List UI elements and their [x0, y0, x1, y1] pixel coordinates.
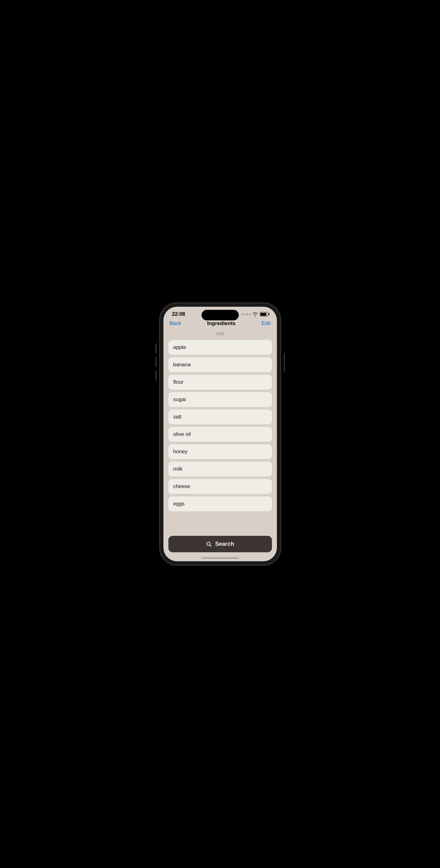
search-icon — [206, 541, 212, 547]
back-button[interactable]: Back — [170, 320, 181, 327]
phone-frame: 22:08 — [160, 303, 281, 565]
list-item[interactable]: cheese — [168, 479, 272, 494]
status-time: 22:08 — [172, 311, 185, 317]
list-item[interactable]: salt — [168, 409, 272, 424]
search-button-label: Search — [215, 541, 234, 547]
signal-dot-1 — [242, 314, 243, 315]
signal-dot-3 — [246, 314, 248, 315]
signal-dot-2 — [244, 314, 245, 315]
home-bar — [202, 557, 239, 559]
add-label[interactable]: Add — [163, 329, 277, 340]
dynamic-island — [202, 310, 239, 320]
list-item[interactable]: apple — [168, 340, 272, 355]
battery-fill — [261, 313, 266, 316]
list-item[interactable]: honey — [168, 444, 272, 459]
page-title: Ingredients — [207, 320, 236, 327]
list-item[interactable]: milk — [168, 462, 272, 476]
list-item[interactable]: eggs — [168, 496, 272, 511]
edit-button[interactable]: Edit — [261, 320, 270, 327]
search-button[interactable]: Search — [168, 536, 272, 552]
phone-screen: 22:08 — [163, 307, 277, 561]
home-indicator — [163, 555, 277, 561]
list-item[interactable]: sugar — [168, 392, 272, 407]
list-item[interactable]: banana — [168, 357, 272, 372]
status-bar: 22:08 — [163, 307, 277, 317]
signal-dot-4 — [249, 314, 250, 315]
battery-icon — [260, 312, 268, 316]
signal-icon — [242, 314, 250, 315]
wifi-icon — [252, 312, 258, 316]
bottom-area: Search — [163, 532, 277, 555]
list-item[interactable]: flour — [168, 375, 272, 390]
list-item[interactable]: olive oil — [168, 427, 272, 442]
status-icons — [242, 312, 268, 316]
ingredients-list: applebananafloursugarsaltolive oilhoneym… — [163, 340, 277, 532]
